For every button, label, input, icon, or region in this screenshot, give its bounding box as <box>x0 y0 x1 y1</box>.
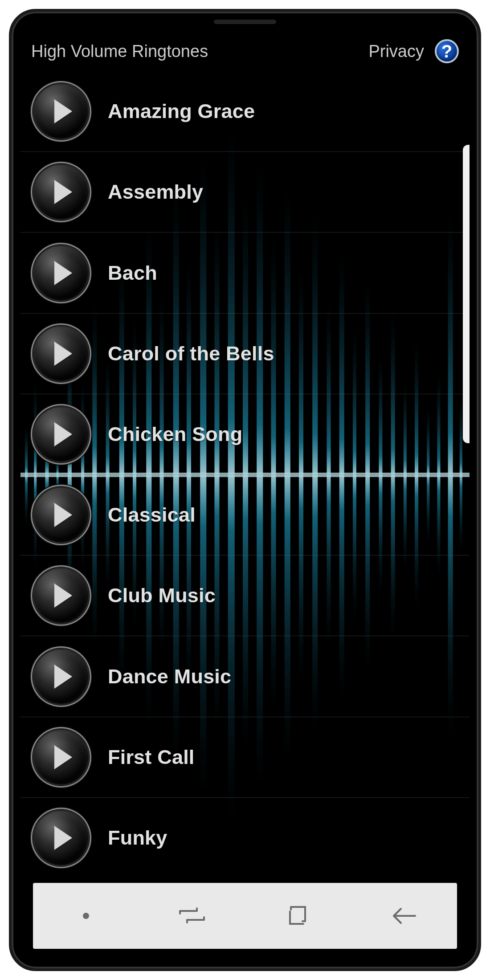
system-navbar <box>33 883 457 949</box>
play-button[interactable] <box>34 649 88 704</box>
list-item[interactable]: Dance Music <box>20 636 470 717</box>
play-icon <box>54 826 72 850</box>
list-item[interactable]: Classical <box>20 475 470 555</box>
play-icon <box>54 584 72 608</box>
ringtone-label: First Call <box>108 746 195 769</box>
ringtone-label: Dance Music <box>108 665 231 688</box>
phone-speaker <box>214 20 276 24</box>
phone-frame: High Volume Ringtones Privacy ? <box>9 9 481 971</box>
play-icon <box>54 342 72 366</box>
list-item[interactable]: First Call <box>20 717 470 798</box>
nav-home-icon[interactable] <box>271 903 325 928</box>
play-icon <box>54 261 72 285</box>
list-item[interactable]: Chicken Song <box>20 394 470 475</box>
play-icon <box>54 99 72 123</box>
play-icon <box>54 503 72 527</box>
play-icon <box>54 665 72 689</box>
svg-point-36 <box>84 914 88 918</box>
list-item[interactable]: Carol of the Bells <box>20 314 470 394</box>
ringtone-label: Chicken Song <box>108 423 242 446</box>
ringtone-list[interactable]: Amazing Grace Assembly Bach Carol of the… <box>20 71 470 878</box>
ringtone-label: Bach <box>108 261 157 285</box>
play-button[interactable] <box>34 84 88 139</box>
play-button[interactable] <box>34 568 88 623</box>
scrollbar-thumb[interactable] <box>463 145 470 443</box>
ringtone-label: Assembly <box>108 180 203 204</box>
play-button[interactable] <box>34 407 88 461</box>
privacy-link[interactable]: Privacy <box>368 42 424 61</box>
play-button[interactable] <box>34 811 88 865</box>
ringtone-label: Classical <box>108 503 196 527</box>
app-title: High Volume Ringtones <box>31 42 368 61</box>
list-item[interactable]: Bach <box>20 233 470 313</box>
list-item[interactable]: Amazing Grace <box>20 71 470 152</box>
list-item[interactable]: Club Music <box>20 555 470 636</box>
play-icon <box>54 180 72 204</box>
content-area: Amazing Grace Assembly Bach Carol of the… <box>20 71 470 878</box>
screen: High Volume Ringtones Privacy ? <box>20 29 470 960</box>
ringtone-label: Club Music <box>108 584 216 607</box>
nav-back-icon[interactable] <box>377 905 431 927</box>
help-button[interactable]: ? <box>435 39 459 63</box>
nav-recents-icon[interactable] <box>165 905 219 927</box>
question-mark-icon: ? <box>441 41 452 61</box>
play-button[interactable] <box>34 165 88 219</box>
play-button[interactable] <box>34 730 88 784</box>
ringtone-label: Amazing Grace <box>108 100 255 123</box>
app-header: High Volume Ringtones Privacy ? <box>20 29 470 71</box>
nav-menu-dot-icon[interactable] <box>59 911 113 920</box>
ringtone-label: Carol of the Bells <box>108 342 274 365</box>
play-button[interactable] <box>34 327 88 381</box>
ringtone-label: Funky <box>108 826 167 849</box>
play-button[interactable] <box>34 488 88 542</box>
play-icon <box>54 745 72 769</box>
list-item[interactable]: Assembly <box>20 152 470 233</box>
list-item[interactable]: Funky <box>20 798 470 878</box>
play-icon <box>54 422 72 446</box>
play-button[interactable] <box>34 246 88 300</box>
